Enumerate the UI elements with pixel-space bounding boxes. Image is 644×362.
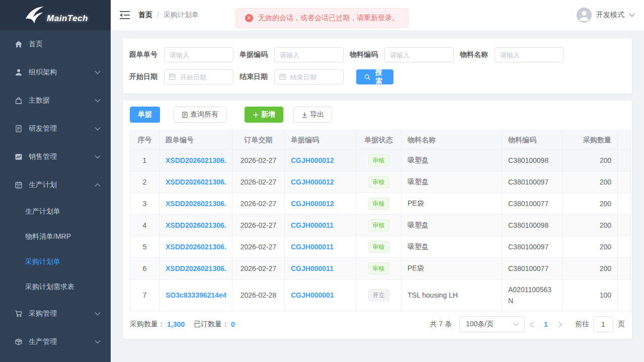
sidebar-subitem-purchase-plan-order[interactable]: 采购计划单 <box>0 249 111 275</box>
cell-delivery: 2026-02-27 <box>232 150 285 171</box>
chevron-down-icon <box>95 127 101 131</box>
box-icon <box>14 337 23 346</box>
sidebar-item-manufacturing[interactable]: 生产管理 <box>0 328 111 356</box>
content-pane: 首页 / 采购计划单 ✕ 无效的会话，或者会话已过期，请重新登录。 开发模式 <box>111 0 644 362</box>
sidebar-fold-icon[interactable] <box>120 11 130 20</box>
page-number[interactable]: 1 <box>539 320 553 328</box>
sidebar-subitem-label: 物料清单/MRP <box>25 232 71 241</box>
cell-qty: 200 <box>562 171 618 193</box>
table-row: 3 XSDD2026021306.. 2026-02-27 CGJH000012… <box>130 193 631 215</box>
chevron-up-icon <box>95 183 101 187</box>
document-icon <box>182 112 188 118</box>
cell-code: C380100077 <box>502 258 562 280</box>
main-content: 跟单单号 单据编码 物料编码 物料名称 <box>111 30 644 362</box>
pagination-total: 共 7 条 <box>430 320 452 329</box>
error-toast-message: 无效的会话，或者会话已过期，请重新登录。 <box>258 14 399 23</box>
user-icon <box>14 68 23 77</box>
plus-icon <box>253 112 259 118</box>
cell-code: A0201100563N <box>502 280 562 311</box>
purchase-qty-total-label: 采购数量： <box>130 320 165 329</box>
chevron-down-icon <box>95 340 101 344</box>
document-icon <box>14 124 23 133</box>
sidebar-item-production-plan[interactable]: 生产计划 <box>0 171 111 199</box>
doc-no-link[interactable]: CGJH000011 <box>291 221 350 229</box>
page-size-select[interactable]: 100条/页 <box>459 316 525 332</box>
cell-delivery: 2026-02-27 <box>232 215 285 236</box>
doc-no-link[interactable]: CGJH000012 <box>291 200 350 208</box>
home-icon <box>14 40 23 49</box>
cell-qty: 200 <box>562 236 618 258</box>
calendar-icon <box>279 73 286 80</box>
order-no-input[interactable] <box>164 47 233 62</box>
sidebar-subitem-production-plan-order[interactable]: 生产计划单 <box>0 199 111 224</box>
user-menu[interactable]: 开发模式 <box>577 8 635 23</box>
material-name-input[interactable] <box>495 47 564 62</box>
col-header-delivery: 订单交期 <box>232 131 285 150</box>
sidebar-item-rnd[interactable]: 研发管理 <box>0 115 111 143</box>
cell-filler <box>618 193 631 215</box>
cell-filler <box>618 258 631 280</box>
bill-button[interactable]: 单据 <box>130 107 160 123</box>
export-button[interactable]: 导出 <box>293 107 332 123</box>
status-badge: 审核 <box>368 262 389 275</box>
next-page-button[interactable] <box>553 316 567 332</box>
sidebar-item-label: 首页 <box>29 40 101 49</box>
sidebar-subitem-purchase-plan-demand[interactable]: 采购计划需求表 <box>0 275 111 300</box>
order-no-link[interactable]: SO3c833396214e40 <box>166 291 226 299</box>
doc-no-link[interactable]: CGJH000012 <box>291 178 350 186</box>
add-button[interactable]: 新增 <box>245 107 283 123</box>
query-all-button[interactable]: 查询所有 <box>174 107 226 123</box>
doc-code-input[interactable] <box>274 47 344 62</box>
brand-name: MainTech <box>47 14 88 24</box>
doc-no-link[interactable]: CGJH000012 <box>291 156 350 164</box>
order-no-link[interactable]: XSDD2026021306.. <box>166 221 226 229</box>
filter-doc-code: 单据编码 <box>239 47 344 62</box>
table-row: 7 SO3c833396214e40 2026-02-28 CGJH000001… <box>130 280 631 311</box>
cell-material: PE袋 <box>401 193 502 215</box>
query-all-button-label: 查询所有 <box>190 110 218 119</box>
material-code-input[interactable] <box>384 47 454 62</box>
cell-code: C380100097 <box>502 236 562 258</box>
cell-material: 吸塑盘 <box>401 236 502 258</box>
sidebar-item-label: 销售管理 <box>29 152 95 161</box>
breadcrumb-home[interactable]: 首页 <box>138 11 152 20</box>
cell-delivery: 2026-02-27 <box>232 193 285 215</box>
swoosh-logo-icon <box>23 5 46 25</box>
sidebar-item-home[interactable]: 首页 <box>0 30 111 58</box>
chevron-left-icon <box>530 321 534 328</box>
col-header-order-no: 跟单编号 <box>159 131 232 150</box>
order-no-link[interactable]: XSDD2026021306.. <box>166 156 226 164</box>
prev-page-button[interactable] <box>525 316 539 332</box>
order-no-link[interactable]: XSDD2026021306.. <box>166 243 226 251</box>
filter-end-date: 结束日期 <box>239 69 344 84</box>
chevron-down-icon <box>95 70 101 74</box>
sidebar-item-master-data[interactable]: 主数据 <box>0 86 111 115</box>
sidebar-item-org[interactable]: 组织架构 <box>0 58 111 86</box>
status-badge: 审核 <box>368 219 389 231</box>
doc-no-link[interactable]: CGJH000011 <box>291 264 350 273</box>
filter-panel: 跟单单号 单据编码 物料编码 物料名称 <box>123 38 632 94</box>
table-header-row: 序号 跟单编号 订单交期 单据编码 单据状态 物料名称 物料编码 采购数量 <box>130 131 631 150</box>
sidebar-item-purchasing[interactable]: 采购管理 <box>0 300 111 328</box>
search-button[interactable]: 搜索 <box>356 69 393 84</box>
sidebar-subitem-bom-mrp[interactable]: 物料清单/MRP <box>0 224 111 249</box>
app-root: MainTech 首页 组织架构 主数据 研发管理 <box>0 0 644 362</box>
order-no-link[interactable]: XSDD2026021306.. <box>166 264 226 273</box>
order-no-link[interactable]: XSDD2026021306.. <box>166 178 226 186</box>
sidebar-item-sales[interactable]: 销售管理 <box>0 143 111 171</box>
filter-material-code: 物料编码 <box>350 47 454 62</box>
add-button-label: 新增 <box>261 110 275 119</box>
order-no-link[interactable]: XSDD2026021306.. <box>166 200 226 208</box>
doc-no-link[interactable]: CGJH000001 <box>291 291 350 299</box>
cart-icon <box>14 309 23 318</box>
doc-no-link[interactable]: CGJH000011 <box>291 243 350 251</box>
top-header: 首页 / 采购计划单 ✕ 无效的会话，或者会话已过期，请重新登录。 开发模式 <box>111 0 644 30</box>
sidebar-item-label: 研发管理 <box>29 124 95 133</box>
ordered-qty-total-label: 已订数量： <box>194 320 229 329</box>
cell-index: 3 <box>130 193 159 215</box>
cell-qty: 100 <box>562 280 618 311</box>
goto-page-input[interactable] <box>593 316 613 332</box>
table-row: 5 XSDD2026021306.. 2026-02-27 CGJH000011… <box>130 236 631 258</box>
status-badge: 开立 <box>368 289 389 301</box>
cell-delivery: 2026-02-27 <box>232 171 285 193</box>
